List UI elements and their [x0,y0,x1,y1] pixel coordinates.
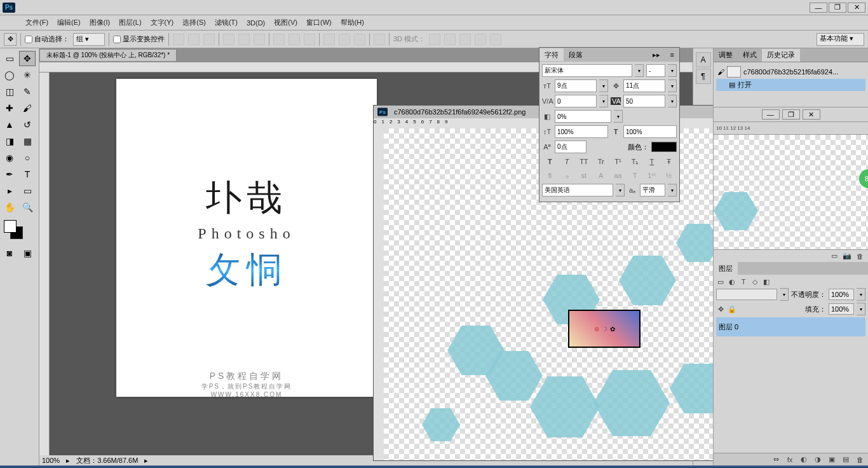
mask-icon[interactable]: ◐ [799,455,808,464]
crop-tool[interactable]: ◫ [1,84,18,99]
dropdown-icon[interactable]: ▾ [668,184,677,196]
dropdown-icon[interactable]: ▾ [668,64,677,77]
canvas-document-1[interactable]: 圤哉 Photosho 攵恫 PS教程自学网 学PS，就到PS教程自学网 WWW… [116,79,377,397]
heal-tool[interactable]: ✚ [1,100,18,116]
bold-button[interactable]: T [543,156,556,167]
language-dropdown[interactable]: 美国英语 [542,184,613,196]
path-tool[interactable]: ▸ [1,183,18,198]
dropdown-icon[interactable]: ▾ [635,64,644,77]
hscale-input[interactable]: 100% [623,125,677,138]
menu-file[interactable]: 文件(F) [25,18,48,27]
tab-history[interactable]: 历史记录 [762,49,800,62]
shape-tool[interactable]: ▭ [19,183,36,198]
screenmode-tool[interactable]: ▣ [19,245,36,261]
fill-input[interactable]: 100% [829,303,854,315]
history-step[interactable]: ▤ 打开 [716,79,865,91]
maximize-button[interactable]: ❐ [829,3,846,13]
ruler-vertical[interactable] [39,72,50,455]
subscript-button[interactable]: T₁ [628,156,641,167]
stamp-tool[interactable]: ▲ [1,117,18,132]
zoom-tool[interactable]: 🔍 [19,200,36,215]
transform-bbox[interactable]: ⊕☽✿ [568,310,641,348]
snapshot-icon[interactable]: 📷 [843,252,851,261]
menu-layer[interactable]: 图层(L) [119,18,141,27]
kerning-input[interactable]: 0 [555,95,597,107]
lock-move-icon[interactable]: ✥ [716,305,725,313]
superscript-button[interactable]: T¹ [611,156,624,167]
paragraph-panel-icon[interactable]: ¶ [696,69,711,84]
font-style-input[interactable]: - [646,64,665,77]
dropdown-icon[interactable]: ▾ [857,288,865,301]
doc2-ruler-v[interactable] [374,128,384,460]
doc2-minimize[interactable]: — [762,109,780,120]
dropdown-icon[interactable]: ▾ [857,303,865,315]
quickmask-tool[interactable]: ◙ [1,245,18,261]
history-snapshot[interactable]: 🖌 c76800d76b32b521f6fa6924... [716,65,865,79]
filter-icon[interactable]: ◧ [762,277,771,286]
eraser-tool[interactable]: ◨ [1,134,18,149]
font-size-input[interactable]: 9点 [555,79,597,92]
filter-icon[interactable]: ▭ [716,277,725,286]
zoom-level[interactable]: 100% [42,457,60,464]
close-button[interactable]: ✕ [848,3,865,13]
tab-adjustments[interactable]: 调整 [714,49,738,62]
allcaps-button[interactable]: TT [578,156,590,167]
menu-type[interactable]: 文字(Y) [151,18,174,27]
fx-icon[interactable]: fx [785,455,794,464]
tab-styles[interactable]: 样式 [738,49,762,62]
doc2-close[interactable]: ✕ [803,109,820,120]
filter-icon[interactable]: ◐ [728,277,736,286]
tab-paragraph[interactable]: 段落 [564,48,588,61]
leading-input[interactable]: 11点 [623,79,665,92]
brush-tool[interactable]: 🖌 [19,100,36,116]
move-tool-icon[interactable]: ✥ [4,33,17,46]
menu-window[interactable]: 窗口(W) [306,18,332,27]
opacity-input[interactable]: 100% [829,289,854,300]
fg-color[interactable] [4,220,17,233]
workspace-dropdown[interactable]: 基本功能 ▾ [817,33,864,46]
panel-collapse-icon[interactable]: ▸▸ [648,48,665,61]
antialias-dropdown[interactable]: 平滑 [640,184,665,196]
show-transform-check[interactable]: 显示变换控件 [113,34,165,44]
dropdown-icon[interactable]: ▾ [668,95,677,107]
wand-tool[interactable]: ✳ [19,67,36,83]
doc2-ruler-ext[interactable]: 10 11 12 13 14 [714,122,868,135]
gradient-tool[interactable]: ▦ [19,134,36,149]
adjust-icon[interactable]: ◑ [813,455,822,464]
move-tool[interactable]: ✥ [19,51,36,66]
auto-select-dropdown[interactable]: 组 ▾ [73,33,105,46]
character-panel[interactable]: 字符 段落 ▸▸ ≡ 新宋体▾ -▾ тT 9点▾ ✥ 11点▾ V/A 0▾ … [539,47,680,202]
auto-select-check[interactable]: 自动选择： [25,34,69,44]
blend-mode-dropdown[interactable] [716,289,777,300]
doc2-maximize[interactable]: ❐ [782,109,800,120]
doc-tab-1[interactable]: 未标题-1 @ 100% (投稿中心 上, RGB/32*) * [39,49,177,62]
color-swatches[interactable] [4,220,23,239]
dropdown-icon[interactable]: ▾ [614,110,623,123]
new-doc-icon[interactable]: ▭ [830,252,839,261]
smallcaps-button[interactable]: Tr [595,156,607,167]
minimize-button[interactable]: — [810,3,827,13]
group-icon[interactable]: ▣ [827,455,836,464]
filter-icon[interactable]: ◇ [750,277,759,286]
layer-item[interactable]: 图层 0 [716,317,865,336]
tracking-input[interactable]: 50 [623,95,665,107]
history-brush-tool[interactable]: ↺ [19,117,36,132]
type-tool[interactable]: T [19,167,36,182]
menu-edit[interactable]: 编辑(E) [57,18,81,27]
delete-icon[interactable]: 🗑 [855,455,864,464]
vscale-input[interactable]: 100% [555,125,608,138]
strike-button[interactable]: Ŧ [663,156,675,167]
trash-icon[interactable]: 🗑 [855,252,864,261]
italic-button[interactable]: T [560,156,573,167]
lock-all-icon[interactable]: 🔒 [728,305,736,313]
doc2-canvas-ext[interactable] [714,135,868,249]
character-panel-icon[interactable]: A [696,52,711,67]
font-family-input[interactable]: 新宋体 [542,64,632,77]
tab-layers[interactable]: 图层 [714,262,738,275]
eyedropper-tool[interactable]: ✎ [19,84,36,99]
dropdown-icon[interactable]: ▾ [599,79,608,92]
menu-filter[interactable]: 滤镜(T) [215,18,238,27]
pen-tool[interactable]: ✒ [1,167,18,182]
menu-view[interactable]: 视图(V) [274,18,297,27]
tab-character[interactable]: 字符 [539,48,564,61]
